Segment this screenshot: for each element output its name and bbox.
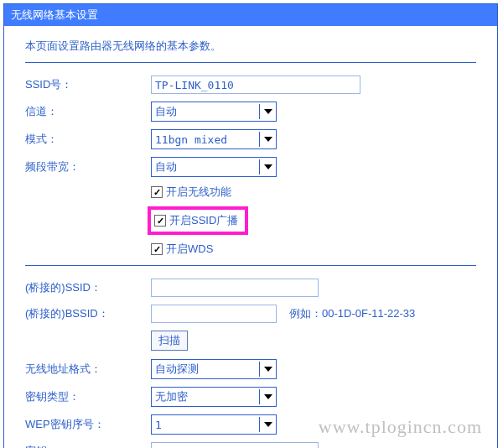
panel-body: 本页面设置路由器无线网络的基本参数。 SSID号： 信道： 自动 模式： 11b…	[4, 26, 497, 448]
channel-row: 信道： 自动	[25, 102, 476, 122]
bssid-hint: 例如：00-1D-0F-11-22-33	[289, 306, 415, 321]
ssid-label: SSID号：	[25, 77, 151, 92]
enable-wds-row: ✓ 开启WDS	[151, 242, 476, 257]
chevron-down-icon	[259, 104, 276, 119]
separator	[25, 265, 476, 266]
key-type-select[interactable]: 无加密	[151, 387, 277, 407]
key-type-value: 无加密	[155, 389, 188, 404]
wireless-settings-panel: 无线网络基本设置 本页面设置路由器无线网络的基本参数。 SSID号： 信道： 自…	[3, 3, 498, 448]
bridge-bssid-input[interactable]	[151, 305, 277, 323]
bandwidth-row: 频段带宽： 自动	[25, 157, 476, 177]
wep-index-value: 1	[155, 419, 162, 431]
bridge-ssid-label: (桥接的)SSID：	[25, 280, 151, 295]
channel-value: 自动	[155, 104, 177, 119]
mode-select[interactable]: 11bgn mixed	[151, 129, 277, 149]
enable-ssid-broadcast-row: ✓ 开启SSID广播	[148, 206, 248, 235]
addr-format-label: 无线地址格式：	[25, 362, 151, 377]
addr-format-select[interactable]: 自动探测	[151, 359, 277, 379]
bandwidth-value: 自动	[155, 159, 177, 175]
mode-value: 11bgn mixed	[155, 133, 227, 146]
key-row: 密钥：	[25, 442, 476, 448]
chevron-down-icon	[259, 362, 276, 377]
bridge-ssid-row: (桥接的)SSID：	[25, 279, 476, 297]
enable-ssid-broadcast-label: 开启SSID广播	[169, 213, 238, 228]
scan-button[interactable]: 扫描	[151, 331, 188, 351]
key-type-row: 密钥类型： 无加密	[25, 387, 476, 407]
wep-index-select[interactable]: 1	[151, 414, 277, 435]
enable-ssid-broadcast-checkbox[interactable]: ✓	[154, 215, 166, 227]
chevron-down-icon	[259, 417, 276, 432]
bridge-ssid-input[interactable]	[151, 279, 319, 297]
enable-wireless-row: ✓ 开启无线功能	[151, 185, 476, 200]
chevron-down-icon	[259, 159, 276, 175]
enable-wds-label: 开启WDS	[166, 242, 213, 257]
channel-label: 信道：	[25, 104, 151, 119]
bridge-bssid-row: (桥接的)BSSID： 例如：00-1D-0F-11-22-33	[25, 305, 476, 323]
enable-wireless-label: 开启无线功能	[166, 185, 231, 200]
wep-index-row: WEP密钥序号： 1	[25, 414, 476, 435]
bridge-bssid-label: (桥接的)BSSID：	[25, 306, 151, 321]
key-input[interactable]	[151, 442, 319, 448]
bandwidth-select[interactable]: 自动	[151, 157, 277, 177]
key-type-label: 密钥类型：	[25, 389, 151, 404]
mode-label: 模式：	[25, 132, 151, 147]
separator	[25, 62, 476, 63]
enable-wds-checkbox[interactable]: ✓	[151, 243, 163, 255]
bandwidth-label: 频段带宽：	[25, 159, 151, 175]
chevron-down-icon	[259, 389, 276, 404]
chevron-down-icon	[259, 132, 276, 147]
mode-row: 模式： 11bgn mixed	[25, 129, 476, 149]
addr-format-row: 无线地址格式： 自动探测	[25, 359, 476, 379]
channel-select[interactable]: 自动	[151, 102, 277, 122]
key-label: 密钥：	[25, 444, 151, 448]
wep-index-label: WEP密钥序号：	[25, 417, 151, 432]
enable-wireless-checkbox[interactable]: ✓	[151, 186, 163, 198]
intro-text: 本页面设置路由器无线网络的基本参数。	[25, 39, 476, 54]
ssid-input[interactable]	[151, 76, 360, 94]
ssid-row: SSID号：	[25, 76, 476, 94]
addr-format-value: 自动探测	[155, 362, 199, 377]
panel-title: 无线网络基本设置	[4, 4, 497, 26]
